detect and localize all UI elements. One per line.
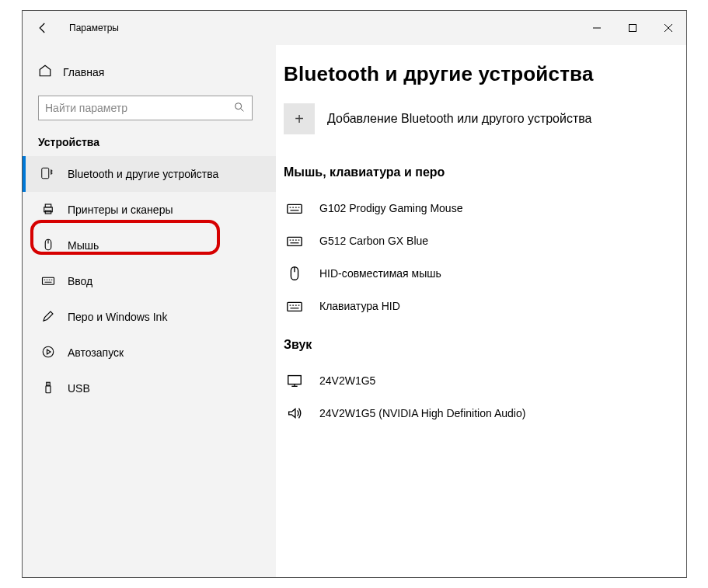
sidebar-section-label: Устройства	[23, 130, 276, 156]
speaker-icon	[284, 405, 305, 422]
home-link[interactable]: Главная	[23, 59, 276, 85]
sidebar-item-label: Принтеры и сканеры	[68, 204, 173, 216]
maximize-button[interactable]	[615, 16, 650, 40]
sidebar-item-label: Автозапуск	[68, 346, 124, 359]
device-label: HID-совместимая мышь	[319, 267, 441, 280]
mouse-icon	[41, 238, 55, 254]
window-title: Параметры	[69, 23, 119, 33]
page-title: Bluetooth и другие устройства	[284, 62, 686, 86]
printer-icon	[41, 202, 55, 218]
device-label: 24V2W1G5	[319, 374, 375, 387]
keyboard-icon	[284, 232, 305, 249]
home-icon	[38, 64, 52, 80]
sidebar-item-printer[interactable]: Принтеры и сканеры	[23, 192, 276, 228]
device-row[interactable]: 24V2W1G5 (NVIDIA High Definition Audio)	[284, 397, 686, 430]
device-label: 24V2W1G5 (NVIDIA High Definition Audio)	[319, 407, 525, 419]
add-device-row[interactable]: + Добавление Bluetooth или другого устро…	[284, 103, 686, 134]
close-button[interactable]	[650, 16, 686, 40]
back-button[interactable]	[27, 12, 58, 43]
search-icon	[233, 101, 246, 116]
device-row[interactable]: HID-совместимая мышь	[284, 257, 686, 290]
sidebar-item-usb[interactable]: USB	[23, 371, 276, 406]
content-pane: Bluetooth и другие устройства + Добавлен…	[276, 45, 686, 577]
device-label: Клавиатура HID	[319, 300, 400, 312]
keyboard-icon	[284, 200, 305, 217]
section-heading: Мышь, клавиатура и перо	[284, 165, 686, 179]
svg-line-23	[241, 109, 243, 111]
sidebar-item-label: Ввод	[68, 275, 92, 287]
search-input[interactable]	[45, 102, 233, 114]
pen-icon	[41, 309, 55, 325]
search-input-wrap[interactable]	[38, 96, 253, 120]
sidebar-item-autoplay[interactable]: Автозапуск	[23, 335, 276, 371]
sidebar-item-mouse[interactable]: Мышь	[23, 228, 276, 263]
device-row[interactable]: G512 Carbon GX Blue	[284, 224, 686, 257]
settings-window: Параметры Главная Устройства Bl	[22, 10, 687, 578]
monitor-icon	[284, 372, 305, 389]
sidebar-item-label: Bluetooth и другие устройства	[68, 168, 218, 180]
svg-rect-21	[630, 24, 637, 31]
bluetooth-icon	[41, 166, 55, 183]
device-row[interactable]: G102 Prodigy Gaming Mouse	[284, 192, 686, 224]
titlebar: Параметры	[23, 11, 686, 45]
add-device-label: Добавление Bluetooth или другого устройс…	[327, 112, 592, 126]
mouse-icon	[284, 265, 305, 282]
sidebar-item-keyboard[interactable]: Ввод	[23, 263, 276, 299]
sidebar: Главная Устройства Bluetooth и другие ус…	[23, 45, 276, 577]
sidebar-item-bluetooth[interactable]: Bluetooth и другие устройства	[23, 156, 276, 192]
device-row[interactable]: Клавиатура HID	[284, 290, 686, 322]
svg-point-22	[235, 103, 242, 109]
keyboard-icon	[284, 297, 305, 315]
sidebar-item-label: Мышь	[68, 239, 99, 252]
keyboard-icon	[41, 273, 55, 290]
sidebar-item-label: USB	[68, 382, 90, 395]
device-label: G512 Carbon GX Blue	[319, 235, 428, 247]
home-label: Главная	[63, 66, 104, 78]
usb-icon	[41, 381, 55, 397]
sidebar-item-pen[interactable]: Перо и Windows Ink	[23, 299, 276, 335]
section-heading: Звук	[284, 338, 686, 352]
plus-icon: +	[284, 103, 315, 134]
device-label: G102 Prodigy Gaming Mouse	[319, 202, 462, 214]
minimize-button[interactable]	[579, 16, 615, 40]
device-row[interactable]: 24V2W1G5	[284, 364, 686, 397]
autoplay-icon	[41, 345, 55, 361]
sidebar-nav: Bluetooth и другие устройстваПринтеры и …	[23, 156, 276, 406]
sidebar-item-label: Перо и Windows Ink	[68, 311, 167, 323]
